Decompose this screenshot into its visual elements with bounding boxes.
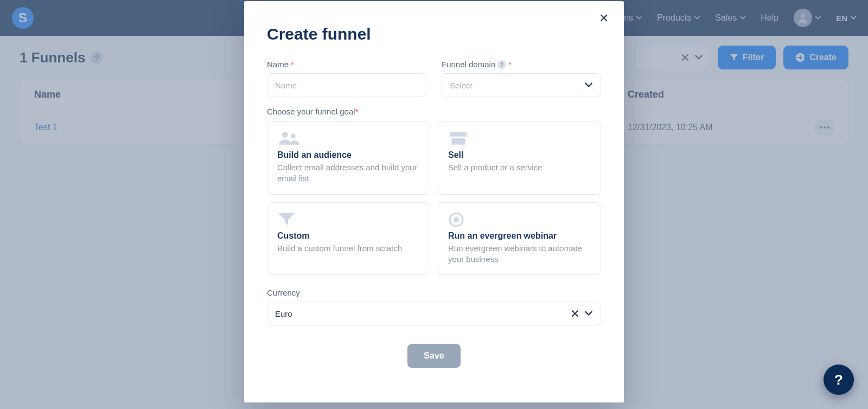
name-input[interactable] — [267, 73, 426, 97]
svg-rect-4 — [451, 138, 465, 145]
currency-select[interactable]: Euro — [267, 302, 601, 325]
modal-overlay: ✕ Create funnel Name* Funnel domain ? * … — [0, 0, 868, 409]
store-icon — [448, 131, 591, 147]
goal-label: Choose your funnel goal — [267, 107, 355, 116]
save-label: Save — [424, 351, 444, 360]
goal-desc: Collect email addresses and build your e… — [277, 162, 420, 184]
floating-help-button[interactable]: ? — [824, 365, 854, 395]
goal-option-audience[interactable]: Build an audience Collect email addresse… — [267, 122, 430, 195]
chevron-down-icon — [584, 310, 593, 317]
domain-placeholder: Select — [450, 81, 473, 90]
currency-label: Currency — [267, 288, 300, 297]
goal-option-webinar[interactable]: Run an evergreen webinar Run evergreen w… — [438, 202, 601, 276]
create-funnel-modal: ✕ Create funnel Name* Funnel domain ? * … — [244, 1, 624, 402]
goal-title: Build an audience — [277, 150, 420, 160]
svg-point-3 — [291, 133, 296, 138]
required-icon: * — [291, 60, 294, 69]
required-icon: * — [508, 60, 512, 69]
goal-desc: Run evergreen webinars to automate your … — [448, 243, 591, 265]
currency-value: Euro — [275, 309, 292, 318]
chevron-down-icon — [584, 82, 593, 88]
goal-desc: Sell a product or a service — [448, 162, 591, 173]
webinar-icon — [448, 212, 591, 228]
name-label: Name — [267, 60, 289, 69]
goal-option-sell[interactable]: Sell Sell a product or a service — [438, 122, 601, 195]
goal-option-custom[interactable]: Custom Build a custom funnel from scratc… — [267, 202, 430, 276]
close-button[interactable]: ✕ — [596, 11, 612, 26]
question-icon: ? — [834, 372, 843, 388]
svg-point-2 — [282, 132, 288, 138]
modal-title: Create funnel — [267, 25, 601, 43]
svg-point-6 — [454, 217, 459, 222]
required-icon: * — [355, 107, 359, 116]
goal-title: Custom — [277, 231, 420, 241]
save-button[interactable]: Save — [407, 344, 460, 368]
goal-title: Run an evergreen webinar — [448, 231, 591, 241]
goal-title: Sell — [448, 150, 591, 160]
funnel-icon — [277, 212, 420, 228]
goal-desc: Build a custom funnel from scratch — [277, 243, 420, 254]
people-icon — [277, 131, 420, 147]
help-icon[interactable]: ? — [497, 60, 506, 69]
domain-select[interactable]: Select — [442, 73, 601, 97]
domain-label: Funnel domain — [442, 60, 495, 69]
clear-icon[interactable] — [571, 310, 579, 317]
